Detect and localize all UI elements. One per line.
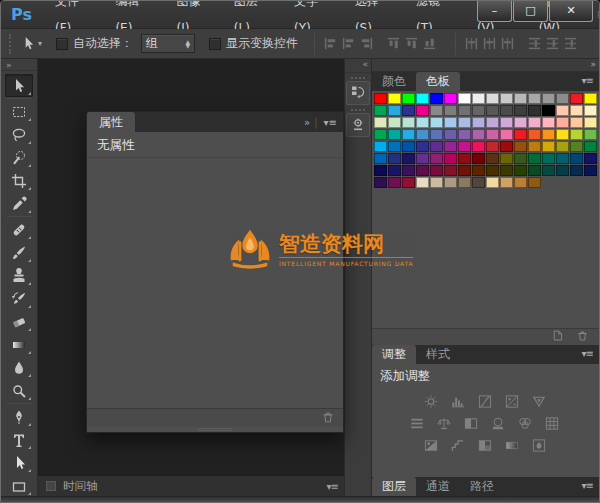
color-swatch[interactable]: [528, 177, 541, 188]
color-swatch[interactable]: [444, 153, 457, 164]
color-swatch[interactable]: [486, 129, 499, 140]
color-swatch[interactable]: [458, 153, 471, 164]
eraser-tool-button[interactable]: [5, 310, 33, 333]
color-swatch[interactable]: [528, 105, 541, 116]
invert-adjustment-button[interactable]: [423, 438, 441, 453]
path-selection-tool-button[interactable]: [5, 451, 33, 474]
color-swatch[interactable]: [416, 105, 429, 116]
color-swatch[interactable]: [458, 105, 471, 116]
color-swatch[interactable]: [514, 177, 527, 188]
tab-paths[interactable]: 路径: [460, 477, 504, 496]
color-swatch[interactable]: [514, 117, 527, 128]
color-swatch[interactable]: [584, 153, 597, 164]
color-swatch[interactable]: [570, 93, 583, 104]
color-swatch[interactable]: [500, 141, 513, 152]
panel-menu-icon[interactable]: ▾≡: [582, 477, 599, 496]
posterize-adjustment-button[interactable]: [450, 438, 468, 453]
color-swatch[interactable]: [486, 153, 499, 164]
color-swatch[interactable]: [514, 129, 527, 140]
collapse-to-icons-icon[interactable]: »: [304, 117, 308, 128]
color-swatch[interactable]: [570, 141, 583, 152]
panel-menu-icon[interactable]: ▾≡: [582, 72, 599, 91]
color-swatch[interactable]: [514, 93, 527, 104]
align-vertical-centers-icon[interactable]: [404, 36, 419, 51]
color-swatch[interactable]: [500, 117, 513, 128]
color-swatch[interactable]: [374, 93, 387, 104]
color-swatch[interactable]: [402, 105, 415, 116]
rectangular-marquee-tool-button[interactable]: [5, 100, 33, 123]
options-bar-grip[interactable]: [9, 34, 13, 54]
distribute-left-edges-icon[interactable]: [464, 36, 479, 51]
current-tool-button[interactable]: ▾: [21, 36, 42, 51]
tab-properties[interactable]: 属性: [87, 112, 135, 132]
color-swatch[interactable]: [500, 153, 513, 164]
show-transform-checkbox[interactable]: [209, 38, 221, 50]
color-swatch[interactable]: [430, 141, 443, 152]
color-swatch[interactable]: [542, 105, 555, 116]
color-swatch[interactable]: [444, 129, 457, 140]
dodge-tool-button[interactable]: [5, 379, 33, 402]
color-swatch[interactable]: [556, 117, 569, 128]
color-swatch[interactable]: [570, 117, 583, 128]
color-swatch[interactable]: [542, 129, 555, 140]
brush-tool-button[interactable]: [5, 241, 33, 264]
color-swatch[interactable]: [570, 165, 583, 176]
color-swatch[interactable]: [388, 105, 401, 116]
color-swatch[interactable]: [416, 129, 429, 140]
vibrance-adjustment-button[interactable]: [531, 394, 549, 409]
tab-timeline[interactable]: 时间轴: [63, 479, 98, 494]
color-swatch[interactable]: [514, 153, 527, 164]
color-swatch[interactable]: [556, 141, 569, 152]
color-swatch[interactable]: [528, 93, 541, 104]
color-swatch[interactable]: [416, 117, 429, 128]
color-swatch[interactable]: [458, 117, 471, 128]
color-swatch[interactable]: [444, 117, 457, 128]
color-swatch[interactable]: [542, 141, 555, 152]
color-swatch[interactable]: [528, 165, 541, 176]
color-swatch[interactable]: [444, 105, 457, 116]
color-swatch[interactable]: [556, 153, 569, 164]
color-swatch[interactable]: [472, 177, 485, 188]
blur-tool-button[interactable]: [5, 356, 33, 379]
align-bottom-edges-icon[interactable]: [422, 36, 437, 51]
color-lookup-adjustment-button[interactable]: [544, 416, 562, 431]
collapse-dock-chevron-icon[interactable]: »: [372, 59, 599, 72]
color-swatch[interactable]: [556, 93, 569, 104]
color-swatch[interactable]: [416, 177, 429, 188]
distribute-horizontal-centers-icon[interactable]: [482, 36, 497, 51]
color-swatch[interactable]: [430, 129, 443, 140]
tab-layers[interactable]: 图层: [372, 477, 416, 496]
auto-select-checkbox[interactable]: [56, 38, 68, 50]
color-swatch[interactable]: [486, 141, 499, 152]
color-swatch[interactable]: [388, 93, 401, 104]
auto-select-target-dropdown[interactable]: 组 ▲▼: [141, 34, 195, 53]
align-top-edges-icon[interactable]: [386, 36, 401, 51]
color-swatch[interactable]: [430, 165, 443, 176]
color-swatch[interactable]: [416, 93, 429, 104]
canvas-area[interactable]: 属性 » | ▾≡ 无属性: [38, 59, 344, 475]
history-brush-tool-button[interactable]: [5, 287, 33, 310]
channel-mixer-adjustment-button[interactable]: [517, 416, 535, 431]
color-swatch[interactable]: [458, 129, 471, 140]
color-swatch[interactable]: [556, 105, 569, 116]
color-swatch[interactable]: [486, 117, 499, 128]
brightness-contrast-adjustment-button[interactable]: [423, 394, 441, 409]
quick-selection-tool-button[interactable]: [5, 146, 33, 169]
panel-resize-grip[interactable]: [87, 427, 343, 432]
color-swatch[interactable]: [542, 165, 555, 176]
color-swatch[interactable]: [458, 141, 471, 152]
color-swatch[interactable]: [416, 153, 429, 164]
maximize-button[interactable]: □: [513, 1, 548, 22]
distribute-right-edges-icon[interactable]: [500, 36, 515, 51]
color-swatch[interactable]: [528, 141, 541, 152]
photo-filter-adjustment-button[interactable]: [490, 416, 508, 431]
color-swatch[interactable]: [472, 117, 485, 128]
color-swatch[interactable]: [570, 105, 583, 116]
color-swatch[interactable]: [584, 105, 597, 116]
color-swatch[interactable]: [430, 105, 443, 116]
color-swatch[interactable]: [472, 93, 485, 104]
align-right-edges-icon[interactable]: [359, 36, 374, 51]
settings-panel-button[interactable]: [346, 113, 370, 137]
color-swatch[interactable]: [528, 129, 541, 140]
trash-icon[interactable]: [321, 410, 335, 427]
